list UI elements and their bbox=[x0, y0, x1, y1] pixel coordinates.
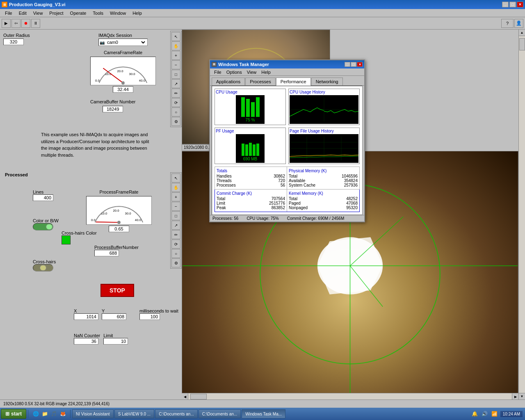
y-value[interactable]: 608 bbox=[102, 313, 126, 320]
tool2-pencil[interactable]: ✏ bbox=[171, 230, 180, 239]
tool-extra[interactable]: ⚙ bbox=[171, 117, 180, 126]
camera-framerate-value[interactable]: 32.44 bbox=[113, 86, 133, 93]
ms-wait-value[interactable]: 100 bbox=[139, 313, 160, 320]
scroll-thumb[interactable] bbox=[519, 38, 525, 50]
scroll-track[interactable] bbox=[519, 36, 525, 393]
tool-arrow[interactable]: ↗ bbox=[171, 79, 180, 88]
right-scrollbar[interactable]: ▲ ▼ bbox=[518, 30, 525, 399]
tool2-extra[interactable]: ⚙ bbox=[171, 258, 180, 267]
scroll-left-arrow[interactable]: ◀ bbox=[182, 393, 188, 400]
record-button[interactable]: ⏺ bbox=[21, 19, 30, 28]
commit-limit-label: Limit bbox=[217, 201, 225, 205]
tm-menu-help[interactable]: Help bbox=[259, 69, 273, 75]
pause-button[interactable]: ⏸ bbox=[31, 19, 40, 28]
tab-networking[interactable]: Networking bbox=[311, 78, 343, 85]
tool-scroll[interactable]: ⟳ bbox=[171, 98, 180, 107]
tm-minimize[interactable]: _ bbox=[345, 62, 350, 67]
scroll-up-arrow[interactable]: ▲ bbox=[519, 30, 525, 36]
window-controls[interactable]: _ □ ✕ bbox=[502, 2, 523, 7]
menu-file[interactable]: File bbox=[2, 10, 16, 16]
taskbar-btn-docs1[interactable]: C:\Documents an... bbox=[155, 409, 198, 418]
tm-maximize[interactable]: □ bbox=[351, 62, 356, 67]
tab-processes[interactable]: Processes bbox=[245, 78, 275, 85]
tool2-circle[interactable]: ○ bbox=[171, 249, 180, 258]
tab-performance[interactable]: Performance bbox=[276, 78, 311, 86]
h-scroll-thumb[interactable] bbox=[190, 394, 207, 399]
main-window-title: Production Gauging_V3.vi bbox=[9, 2, 66, 7]
tm-menu-file[interactable]: File bbox=[212, 69, 224, 75]
tm-status-cpu: CPU Usage: 75% bbox=[247, 216, 278, 221]
explorer-icon[interactable]: 📁 bbox=[41, 410, 49, 418]
taskbar-btn-labview[interactable]: S LabVIEW 9.0 ... bbox=[114, 409, 154, 418]
tm-window-controls[interactable]: _ □ ✕ bbox=[345, 62, 363, 67]
camera-dropdown[interactable]: 📷 cam0 bbox=[98, 39, 148, 46]
tray-icon-1[interactable]: 🔔 bbox=[471, 410, 479, 418]
x-value[interactable]: 1014 bbox=[74, 313, 98, 320]
camera-buffer-value[interactable]: 18249 bbox=[103, 106, 123, 112]
outer-radius-value[interactable]: 320 bbox=[3, 39, 24, 45]
menu-tools[interactable]: Tools bbox=[89, 10, 107, 16]
tool2-move[interactable]: ✋ bbox=[171, 183, 180, 192]
tm-close[interactable]: ✕ bbox=[357, 62, 363, 67]
tool2-rect[interactable]: □ bbox=[171, 211, 180, 220]
tm-menu-view[interactable]: View bbox=[244, 69, 259, 75]
menu-project[interactable]: Project bbox=[46, 10, 66, 16]
close-button[interactable]: ✕ bbox=[517, 2, 523, 7]
tool2-select[interactable]: ↖ bbox=[171, 173, 180, 183]
process-buffer-value[interactable]: 688 bbox=[94, 250, 119, 256]
ie-icon[interactable]: 🌐 bbox=[32, 410, 40, 418]
start-button[interactable]: ⊞ start bbox=[1, 409, 26, 419]
crosshairs-toggle[interactable] bbox=[33, 264, 53, 272]
tm-menu-options[interactable]: Options bbox=[224, 69, 244, 75]
stop-button[interactable]: STOP bbox=[100, 284, 134, 297]
tool-move[interactable]: ✋ bbox=[171, 41, 180, 50]
lines-section: Lines 400 bbox=[33, 189, 53, 201]
menu-view[interactable]: View bbox=[30, 10, 46, 16]
tool2-scroll[interactable]: ⟳ bbox=[171, 240, 180, 249]
tool-zoom-minus[interactable]: − bbox=[171, 60, 180, 69]
tray-icon-3[interactable]: 📶 bbox=[491, 410, 499, 418]
minimize-button[interactable]: _ bbox=[502, 2, 509, 7]
system-tray: 🔔 🔊 📶 10:24 AM bbox=[471, 410, 524, 418]
maximize-button[interactable]: □ bbox=[509, 2, 516, 7]
limit-value[interactable]: 10 bbox=[103, 338, 128, 345]
help-button[interactable]: ? bbox=[501, 19, 514, 28]
taskbar-btn-docs2[interactable]: C:\Documents an... bbox=[199, 409, 241, 418]
run-button[interactable]: ▶ bbox=[2, 19, 11, 28]
firefox-icon[interactable]: 🦊 bbox=[59, 410, 67, 418]
color-bw-toggle[interactable] bbox=[33, 223, 53, 231]
processes-row: Processes 56 bbox=[217, 183, 285, 187]
labview-btn-label: S LabVIEW 9.0 ... bbox=[118, 412, 151, 416]
bottom-scrollbar[interactable]: ◀ ▶ bbox=[182, 393, 518, 399]
cpu-usage-section: CPU Usage 75 % bbox=[215, 89, 286, 125]
tray-icon-2[interactable]: 🔊 bbox=[481, 410, 489, 418]
tool2-arrow[interactable]: ↗ bbox=[171, 221, 180, 230]
media-icon[interactable]: 🎵 bbox=[50, 410, 58, 418]
menu-window[interactable]: Window bbox=[107, 10, 129, 16]
tool-pencil[interactable]: ✏ bbox=[171, 89, 180, 98]
tab-applications[interactable]: Applications bbox=[212, 78, 245, 85]
tool2-zoom-plus[interactable]: + bbox=[171, 192, 180, 201]
crosshairs-color-swatch[interactable] bbox=[62, 235, 71, 244]
h-scroll-track[interactable] bbox=[188, 393, 512, 399]
tool-select[interactable]: ↖ bbox=[171, 32, 180, 41]
process-framerate-value[interactable]: 0.65 bbox=[109, 226, 129, 232]
nan-counter-value[interactable]: 36 bbox=[74, 338, 98, 345]
tool2-zoom-minus[interactable]: − bbox=[171, 202, 180, 211]
taskbar-btn-taskmgr[interactable]: Windows Task Ma... bbox=[242, 409, 285, 418]
lines-input[interactable]: 400 bbox=[33, 194, 53, 201]
scroll-right-arrow[interactable]: ▶ bbox=[512, 393, 518, 400]
menu-operate[interactable]: Operate bbox=[67, 10, 90, 16]
camera-select[interactable]: cam0 bbox=[105, 39, 146, 45]
menu-edit[interactable]: Edit bbox=[16, 10, 30, 16]
phys-cache-value: 257936 bbox=[344, 183, 358, 187]
back-button[interactable]: ⇦ bbox=[11, 19, 21, 28]
tool-rect[interactable]: □ bbox=[171, 70, 180, 79]
scroll-down-arrow[interactable]: ▼ bbox=[519, 393, 525, 399]
taskbar-btn-vision[interactable]: NI Vision Assistant bbox=[72, 409, 114, 418]
cpu-bar-chart bbox=[241, 97, 260, 117]
tool-zoom-plus[interactable]: + bbox=[171, 51, 180, 60]
menu-help[interactable]: Help bbox=[129, 10, 145, 16]
kernel-total-label: Total bbox=[289, 196, 297, 201]
tool-circle[interactable]: ○ bbox=[171, 107, 180, 116]
